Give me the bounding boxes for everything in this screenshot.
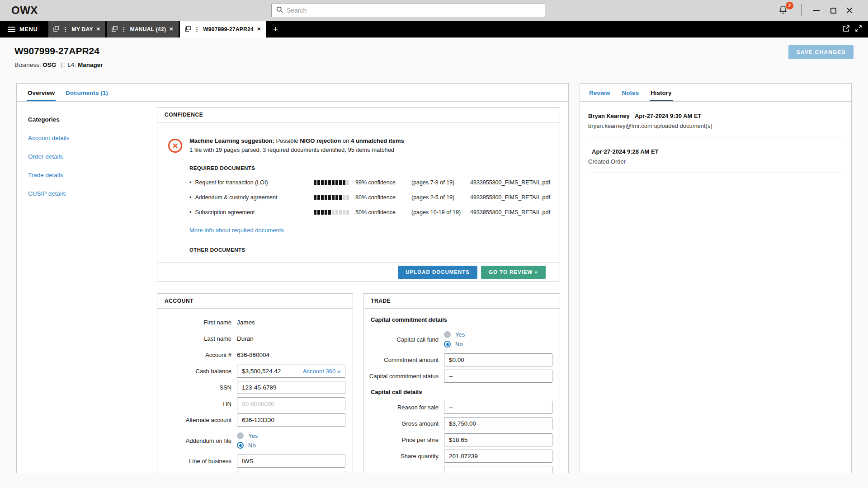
line-of-business-input[interactable] [237,455,345,468]
document-row: •Request for transaction (LOI) 99% confi… [189,179,552,186]
tab-notes[interactable]: Notes [621,89,640,101]
document-name: •Request for transaction (LOI) [189,179,314,186]
field-tin: TIN [157,397,345,410]
document-pages: (pages 2-5 of 19) [411,194,470,201]
radio-unselected-icon [444,331,451,338]
clipped-input[interactable] [444,466,552,473]
tab-manual[interactable]: ⋮ MANUAL (42) ✕ [107,21,179,38]
field-clipped [363,466,552,473]
workspace: Overview Documents (1) Categories Accoun… [0,83,868,473]
tab-kebab-icon[interactable]: ⋮ [194,26,200,33]
addendum-radio-yes[interactable]: Yes [237,431,258,441]
open-external-icon[interactable] [843,25,849,33]
addendum-radio-no[interactable]: No [237,441,258,450]
tin-input[interactable] [237,397,345,410]
tab-kebab-icon[interactable]: ⋮ [121,26,127,33]
account-360-link[interactable]: Account 360 » [303,368,340,375]
trade-panel: TRADE Capital commitment details Capital… [363,293,560,473]
field-share-quantity: Share quantity [363,450,552,463]
confidence-bar [314,180,355,185]
field-clipped [157,471,345,473]
tab-window-icon [112,26,118,33]
gross-amount-input[interactable] [444,417,552,430]
categories-title: Categories [28,116,157,123]
field-commitment-status: Capital commitment status [363,370,552,383]
commitment-amount-input[interactable] [444,353,552,366]
field-alternate-account: Alternate account [157,413,345,427]
field-cash-balance: Cash balance $3,500,524.42 Account 360 » [157,365,345,378]
clipped-input[interactable] [237,471,345,473]
notification-badge[interactable]: 2 [786,2,793,9]
tab-window-icon [53,26,59,33]
field-first-name: First name James [157,316,345,329]
window-maximize-button[interactable] [826,0,840,21]
page-header: W907999-27APR24 Business: OSG | L4: Mana… [0,38,868,83]
history-entry-body: Created Order [588,158,843,165]
tab-my-day[interactable]: ⋮ MY DAY ✕ [48,21,105,38]
capital-call-fund-radio-yes[interactable]: Yes [444,330,465,339]
ssn-input[interactable] [237,381,345,394]
share-quantity-input[interactable] [444,450,552,463]
category-link-order-details[interactable]: Order details [28,153,157,160]
tab-close-icon[interactable]: ✕ [257,26,261,32]
tab-order-active[interactable]: ⋮ W907999-27APR24 ✕ [180,21,266,38]
tabbar: MENU ⋮ MY DAY ✕ ⋮ MANUAL (42) ✕ ⋮ W90799… [0,21,868,38]
category-link-cusip-details[interactable]: CUSIP details [28,190,157,197]
tab-close-icon[interactable]: ✕ [96,26,101,32]
cash-balance-input[interactable]: $3,500,524.42 Account 360 » [237,365,345,378]
window-close-button[interactable] [843,0,856,21]
search-input[interactable] [287,7,540,14]
document-row: •Addendum & custody agreement 80% confid… [189,194,552,201]
field-line-of-business: Line of business [157,455,345,468]
history-entry-time: Apr-27-2024 9:30 AM ET [635,113,702,119]
category-link-account-details[interactable]: Account details [28,135,157,141]
category-link-trade-details[interactable]: Trade details [28,172,157,178]
page-title: W907999-27APR24 [14,46,99,56]
history-entry-user: Bryan Kearney [588,113,630,119]
categories-nav: Categories Account details Order details… [17,102,157,473]
document-name: •Addendum & custody agreement [189,194,314,201]
side-tabs: Review Notes History [580,84,851,102]
price-per-share-input[interactable] [444,433,552,446]
field-addendum-on-file: Addendum on file Yes No [157,430,345,451]
new-tab-button[interactable]: + [266,21,285,38]
error-circle-x-icon [168,139,182,153]
business-meta: Business: OSG | L4: Manager [14,61,103,68]
search-icon [276,6,283,15]
go-to-review-button[interactable]: GO TO REVIEW » [481,266,546,279]
confidence-value: 80% confidence [355,194,411,201]
capital-commitment-section-title: Capital commitment details [371,316,552,323]
trade-panel-title: TRADE [363,294,560,309]
divider [588,173,843,173]
upload-documents-button[interactable]: UPLOAD DOCUMENTS [398,266,477,279]
save-changes-button[interactable]: SAVE CHANGES [788,45,854,59]
tab-overview[interactable]: Overview [27,89,56,101]
capital-call-fund-radio-no[interactable]: No [444,339,465,349]
menu-button[interactable]: MENU [0,21,45,38]
account-panel: ACCOUNT First name James Last name Duran [157,293,353,473]
global-search[interactable] [271,4,545,17]
ml-suggestion-line1: Machine Learning suggestion: Possible NI… [189,137,552,144]
expand-icon[interactable] [855,25,862,33]
radio-selected-icon [237,442,244,449]
alternate-account-input[interactable] [237,413,345,427]
tab-documents[interactable]: Documents (1) [65,89,109,101]
confidence-panel: CONFIDENCE Machine Learning suggestion: … [157,107,560,282]
more-info-link[interactable]: More info about required documents [189,227,284,234]
app-logo: OWX [11,4,38,17]
tab-review[interactable]: Review [588,89,611,101]
radio-unselected-icon [237,432,244,439]
confidence-value: 99% confidence [355,179,411,186]
field-capital-call-fund: Capital call fund Yes No [363,328,552,350]
tab-close-icon[interactable]: ✕ [169,26,174,32]
commitment-status-input[interactable] [444,370,552,383]
tab-history[interactable]: History [650,89,673,101]
business-value: OSG [42,61,56,68]
reason-for-sale-input[interactable] [444,401,552,414]
confidence-bar [314,210,355,215]
field-account-number: Account # 636-860004 [157,348,345,361]
tab-kebab-icon[interactable]: ⋮ [62,26,68,33]
document-file: 4933955800_FIMS_RETAIL.pdf [470,179,552,186]
window-minimize-button[interactable] [809,0,823,21]
field-commitment-amount: Commitment amount [363,353,552,366]
